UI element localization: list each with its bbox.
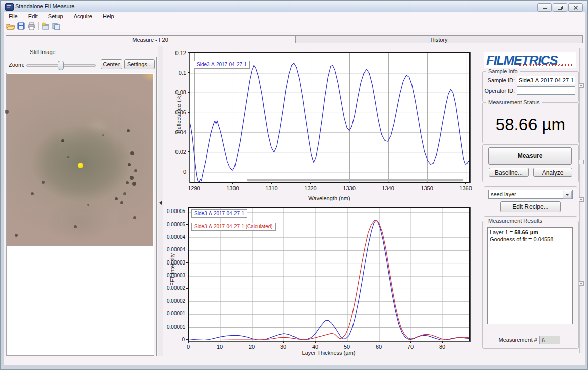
measurement-status-title: Measurement Status xyxy=(486,99,542,105)
tick-mark xyxy=(186,224,188,225)
measure-button[interactable]: Measure xyxy=(488,147,572,165)
sample-id-label: Sample ID: xyxy=(486,77,515,83)
y-tick-label: 0.00003 xyxy=(167,273,185,278)
x-tick-label: 70 xyxy=(399,344,422,350)
splitter-grip[interactable] xyxy=(579,281,584,286)
x-tick-label: 10 xyxy=(209,344,231,350)
measurement-status-group: Measurement Status 58.66 µm xyxy=(482,102,579,143)
tick-mark xyxy=(188,341,189,343)
y-tick-label: 0.1 xyxy=(167,70,186,76)
measurement-spot-marker xyxy=(78,163,83,168)
tick-mark xyxy=(232,182,233,184)
recipe-combobox[interactable]: seed layer xyxy=(488,190,573,199)
measured-thickness-value: 58.66 µm xyxy=(483,115,578,134)
chevron-down-icon[interactable] xyxy=(563,191,572,199)
tab-still-image[interactable]: Still Image xyxy=(5,46,81,57)
tick-mark xyxy=(188,172,190,172)
restore-icon xyxy=(557,5,563,10)
measurement-results-title: Measurement Results xyxy=(486,218,544,224)
analyze-button[interactable]: Analyze xyxy=(533,168,572,177)
open-file-icon[interactable] xyxy=(6,22,15,31)
operator-id-input[interactable] xyxy=(517,86,575,95)
x-tick-label: 1340 xyxy=(377,185,399,191)
plot-area xyxy=(190,52,470,183)
y-axis-title: FFT Intensity xyxy=(169,253,175,286)
tab-measure-f20[interactable]: Measure - F20 xyxy=(6,35,295,44)
collapse-left-icon[interactable] xyxy=(159,201,162,205)
menu-file[interactable]: File xyxy=(4,12,22,19)
y-tick-label: 0.04 xyxy=(167,129,186,135)
tick-mark xyxy=(186,288,188,289)
measurement-results-group: Measurement Results Layer 1 = 58.66 µm G… xyxy=(482,221,579,349)
still-image-panel: Zoom: Center Settings... ◀ ▶ xyxy=(5,57,157,356)
legend-fft-measured: Side3-A-2017-04-27-1 xyxy=(191,209,247,218)
application-window: Standalone FILMeasure File Edit Setup Ac… xyxy=(0,0,588,370)
x-tick-label: 1310 xyxy=(261,185,283,191)
copy-data-icon[interactable] xyxy=(52,22,61,31)
center-button[interactable]: Center xyxy=(101,59,122,69)
menu-acquire[interactable]: Acquire xyxy=(69,12,97,19)
close-button[interactable] xyxy=(568,3,583,12)
x-tick-label: 50 xyxy=(336,344,358,350)
baseline-button[interactable]: Baseline... xyxy=(489,168,529,177)
panel-splitter[interactable] xyxy=(158,46,163,356)
x-tick-label: 40 xyxy=(304,344,326,350)
close-icon xyxy=(573,5,578,10)
minimize-button[interactable] xyxy=(537,3,552,12)
x-tick-label: 60 xyxy=(368,344,390,350)
y-tick-label: 0.00005 xyxy=(167,208,185,214)
client-area: File Edit Setup Acquire Help xyxy=(4,12,585,365)
tab-history[interactable]: History xyxy=(295,35,583,43)
zoom-slider-thumb[interactable] xyxy=(58,61,64,70)
menu-help[interactable]: Help xyxy=(98,12,119,19)
save-icon[interactable] xyxy=(17,22,26,31)
edit-recipe-button[interactable]: Edit Recipe... xyxy=(500,201,561,212)
zoom-slider[interactable] xyxy=(26,64,96,67)
measurement-number-label: Measurement # xyxy=(497,337,537,343)
restore-button[interactable] xyxy=(553,3,567,12)
results-listbox[interactable]: Layer 1 = 58.66 µm Goodness of fit = 0.0… xyxy=(487,227,573,324)
print-icon[interactable] xyxy=(27,22,36,31)
x-axis-title: Layer Thickness (µm) xyxy=(188,350,469,356)
legend-label: Side3-A-2017-04-27-1 xyxy=(194,210,244,216)
splitter-grip[interactable] xyxy=(579,197,584,202)
legend-label: Side3-A-2017-04-27-1 xyxy=(197,62,247,67)
x-tick-label: 1360 xyxy=(455,185,477,191)
splitter-grip[interactable] xyxy=(579,83,584,88)
tick-mark xyxy=(186,237,188,237)
app-icon xyxy=(5,3,14,11)
legend-fft-calculated: Side3-A-2017-04-27-1 (Calculated) xyxy=(191,223,276,231)
tick-mark xyxy=(186,339,188,340)
result-layer-value: 58.66 µm xyxy=(514,229,538,235)
menu-edit[interactable]: Edit xyxy=(24,12,42,19)
right-splitter-track[interactable] xyxy=(579,48,583,353)
menu-setup[interactable]: Setup xyxy=(44,12,68,19)
tick-mark xyxy=(186,301,188,301)
sample-id-input[interactable] xyxy=(517,76,575,84)
tick-mark xyxy=(271,182,272,184)
y-tick-label: 0.00004 xyxy=(167,247,185,252)
acquire-snapshot-icon[interactable] xyxy=(41,22,50,31)
x-axis-title: Wavelength (nm) xyxy=(190,195,469,201)
x-tick-label: 1290 xyxy=(183,185,205,191)
tick-mark xyxy=(188,52,190,53)
fft-chart: Side3-A-2017-04-27-1 Side3-A-2017-04-27-… xyxy=(167,205,477,365)
y-tick-label: 0.00001 xyxy=(167,324,185,330)
tick-mark xyxy=(194,182,194,184)
tick-mark xyxy=(186,276,188,276)
settings-button[interactable]: Settings... xyxy=(124,59,155,69)
tick-mark xyxy=(410,341,411,343)
tick-mark xyxy=(442,341,443,343)
tick-mark xyxy=(427,182,427,184)
splitter-grip[interactable] xyxy=(579,160,584,164)
result-goodness-line: Goodness of fit = 0.04558 xyxy=(490,236,570,243)
tick-mark xyxy=(252,341,252,343)
tick-mark xyxy=(347,341,347,343)
recipe-group: seed layer Edit Recipe... xyxy=(484,186,577,217)
y-tick-label: 0.00004 xyxy=(167,234,185,240)
toolbar-separator xyxy=(38,22,39,30)
tick-mark xyxy=(379,341,379,343)
y-tick-label: 0.02 xyxy=(167,149,186,155)
title-bar[interactable]: Standalone FILMeasure xyxy=(1,1,587,12)
y-tick-label: 0.00003 xyxy=(167,260,185,266)
